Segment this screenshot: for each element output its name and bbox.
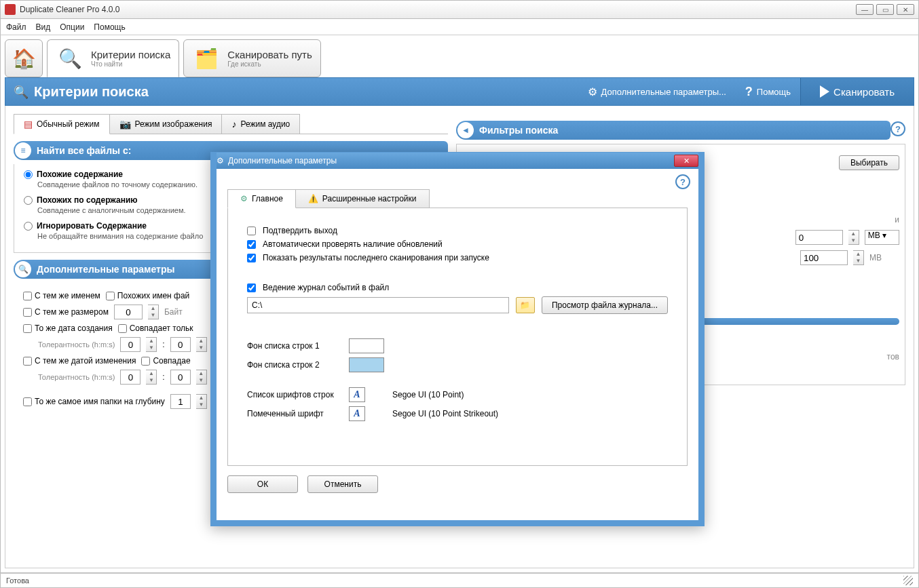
folder-depth-input[interactable] bbox=[170, 394, 191, 409]
title-bar: Duplicate Cleaner Pro 4.0.0 — ▭ ✕ bbox=[0, 0, 919, 19]
browse-folder-button[interactable]: 📁 bbox=[516, 297, 535, 313]
size-max-spinner[interactable]: ▲▼ bbox=[853, 250, 864, 265]
size-max-input[interactable] bbox=[800, 250, 848, 265]
window-title: Duplicate Cleaner Pro 4.0.0 bbox=[20, 5, 856, 14]
menu-view[interactable]: Вид bbox=[36, 22, 51, 32]
size-unit-select[interactable]: MB ▾ bbox=[865, 230, 899, 245]
tol-h-input[interactable] bbox=[120, 337, 140, 352]
folder-depth-spinner[interactable]: ▲▼ bbox=[196, 394, 207, 409]
check-match-only-created[interactable]: Совпадает тольк bbox=[118, 324, 193, 333]
warning-icon: ⚠️ bbox=[308, 194, 318, 203]
dialog-help-button[interactable]: ? bbox=[675, 174, 690, 189]
mode-tab-image[interactable]: 📷 Режим изображения bbox=[109, 114, 223, 134]
mode-tab-normal[interactable]: ▤ Обычный режим bbox=[14, 114, 110, 134]
advanced-params-dialog: ⚙ Дополнительные параметры ✕ ? ⚙ Главное… bbox=[210, 152, 705, 526]
dialog-footer: ОК Отменить bbox=[227, 475, 688, 493]
check-same-modified[interactable]: С тем же датой изменения bbox=[23, 356, 136, 366]
bg1-color-picker[interactable] bbox=[349, 338, 384, 353]
font-list-button[interactable]: A bbox=[349, 387, 365, 402]
size-min-input[interactable] bbox=[795, 230, 843, 245]
menu-file[interactable]: Файл bbox=[6, 22, 26, 32]
tol-m-spinner[interactable]: ▲▼ bbox=[196, 337, 207, 352]
menu-help[interactable]: Помощь bbox=[94, 22, 125, 32]
tol2-h-input[interactable] bbox=[120, 370, 140, 385]
advanced-params-button[interactable]: Дополнительные параметры... bbox=[578, 78, 736, 105]
dialog-tabs: ⚙ Главное ⚠️ Расширенные настройки bbox=[227, 189, 688, 208]
check-match-only-modified[interactable]: Совпадае bbox=[141, 356, 190, 366]
filters-header: ◄ Фильтры поиска bbox=[456, 121, 890, 140]
gear-icon: ⚙ bbox=[217, 156, 224, 165]
bg2-color-picker[interactable] bbox=[349, 357, 384, 372]
check-auto-update[interactable] bbox=[247, 240, 256, 249]
check-same-name[interactable]: С тем же именем bbox=[23, 291, 100, 300]
size-min-spinner[interactable]: ▲▼ bbox=[848, 230, 859, 245]
close-button[interactable]: ✕ bbox=[897, 4, 914, 15]
check-same-size[interactable]: С тем же размером bbox=[23, 307, 109, 317]
search-criteria-tab[interactable]: 🔍 Критерии поиска Что найти bbox=[47, 39, 179, 77]
help-button[interactable]: Помощь bbox=[736, 78, 800, 105]
minimize-button[interactable]: — bbox=[856, 4, 874, 15]
toolbar: Критерии поиска Дополнительные параметры… bbox=[5, 77, 914, 106]
ok-button[interactable]: ОК bbox=[227, 475, 298, 493]
size-input[interactable] bbox=[114, 305, 143, 319]
gear-icon: ⚙ bbox=[240, 194, 248, 203]
check-log-events[interactable] bbox=[247, 283, 256, 292]
tol2-m-spinner[interactable]: ▲▼ bbox=[196, 370, 207, 385]
magnifier-icon: 🔍 bbox=[15, 261, 31, 277]
choose-button[interactable]: Выбирать bbox=[839, 155, 899, 170]
menu-options[interactable]: Опции bbox=[60, 22, 84, 32]
folder-icon: 📁 bbox=[520, 300, 530, 310]
filters-help-button[interactable]: ? bbox=[890, 121, 905, 136]
check-similar-name[interactable]: Похожих имен фай bbox=[106, 291, 189, 300]
tab-title: Критерии поиска bbox=[91, 49, 170, 60]
mode-tab-audio[interactable]: ♪ Режим аудио bbox=[221, 114, 300, 134]
magnifier-icon: 🔍 bbox=[56, 44, 84, 73]
tol2-m-input[interactable] bbox=[170, 370, 191, 385]
check-confirm-exit[interactable] bbox=[247, 227, 256, 235]
check-same-folder[interactable]: То же самое имя папки на глубину bbox=[23, 397, 165, 406]
arrow-icon: ◄ bbox=[457, 122, 474, 138]
font-marked-button[interactable]: A bbox=[349, 406, 365, 421]
check-show-results[interactable] bbox=[247, 254, 256, 262]
dialog-body: ? ⚙ Главное ⚠️ Расширенные настройки Под… bbox=[217, 169, 698, 520]
gear-icon bbox=[588, 85, 597, 98]
music-icon: ♪ bbox=[231, 119, 236, 130]
menu-bar: Файл Вид Опции Помощь bbox=[0, 19, 919, 35]
tab-subtitle: Что найти bbox=[91, 60, 170, 68]
view-log-button[interactable]: Просмотр файла журнала... bbox=[542, 296, 668, 314]
dialog-close-button[interactable]: ✕ bbox=[674, 155, 698, 167]
log-path-input[interactable] bbox=[247, 297, 509, 313]
main-tabs: 🏠 🔍 Критерии поиска Что найти 🗂️ Сканиро… bbox=[5, 39, 914, 77]
folder-search-icon: 🗂️ bbox=[192, 44, 221, 73]
home-tab[interactable]: 🏠 bbox=[5, 39, 43, 77]
dialog-content: Подтвердить выход Автоматически проверят… bbox=[227, 208, 688, 466]
home-icon: 🏠 bbox=[10, 44, 38, 73]
scan-path-tab[interactable]: 🗂️ Сканировать путь Где искать bbox=[183, 39, 320, 77]
size-spinner[interactable]: ▲▼ bbox=[148, 305, 159, 319]
maximize-button[interactable]: ▭ bbox=[876, 4, 894, 15]
mode-tabs: ▤ Обычный режим 📷 Режим изображения ♪ Ре… bbox=[14, 114, 448, 134]
dialog-tab-main[interactable]: ⚙ Главное bbox=[227, 189, 296, 208]
app-icon bbox=[5, 4, 16, 15]
tol-h-spinner[interactable]: ▲▼ bbox=[146, 337, 157, 352]
document-icon: ▤ bbox=[24, 119, 33, 130]
page-title: Критерии поиска bbox=[34, 84, 149, 100]
help-icon bbox=[745, 85, 753, 99]
tol-m-input[interactable] bbox=[170, 337, 191, 352]
tab-subtitle: Где искать bbox=[227, 60, 312, 68]
play-icon bbox=[820, 85, 829, 98]
magnifier-icon bbox=[14, 84, 29, 100]
check-same-created[interactable]: То же дата создания bbox=[23, 324, 113, 333]
cancel-button[interactable]: Отменить bbox=[307, 475, 378, 493]
dialog-tab-advanced[interactable]: ⚠️ Расширенные настройки bbox=[295, 189, 430, 208]
list-icon: ≡ bbox=[15, 142, 31, 159]
camera-icon: 📷 bbox=[119, 119, 131, 130]
dialog-titlebar: ⚙ Дополнительные параметры ✕ bbox=[211, 153, 704, 169]
tol2-h-spinner[interactable]: ▲▼ bbox=[146, 370, 157, 385]
scan-button[interactable]: Сканировать bbox=[800, 78, 914, 105]
tab-title: Сканировать путь bbox=[227, 49, 312, 60]
